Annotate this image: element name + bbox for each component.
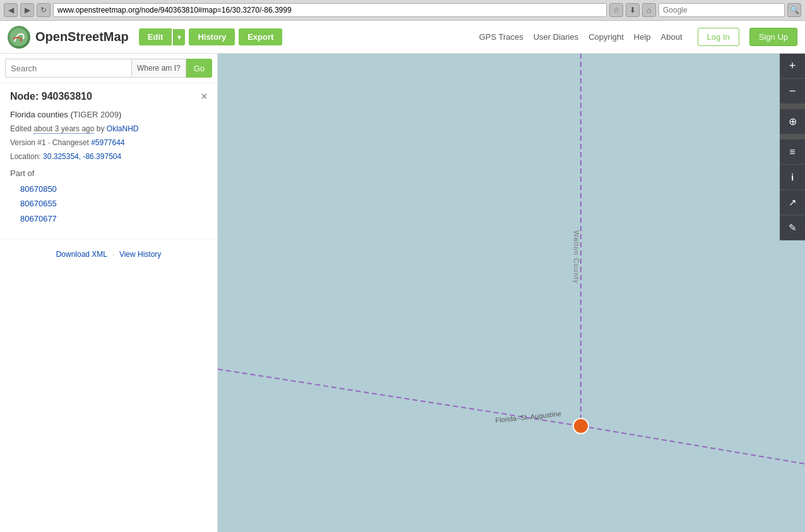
part-of-section: Part of 80670850 80670655 80670677 [10,168,207,226]
browser-chrome: ◀ ▶ ↻ ☆ ⬇ ⌂ 🔍 [0,0,805,21]
osm-logo-icon [8,26,30,49]
search-input[interactable] [5,59,132,78]
node-title-row: Node: 940363810 × [10,91,207,102]
dot-sep1: · [48,138,52,147]
forward-button[interactable]: ▶ [20,3,34,17]
where-am-i-button[interactable]: Where am I? [132,59,186,78]
node-location-meta: Location: 30.325354, -86.397504 [10,152,207,161]
header-nav: GPS Traces User Diaries Copyright Help A… [479,28,797,46]
layers-button[interactable]: ≡ [780,139,805,165]
node-edit-meta: Edited about 3 years ago by OklaNHD [10,124,207,133]
node-description: Florida counties (TIGER 2009) [10,110,207,119]
svg-text:Walton County: Walton County [573,230,580,284]
xml-separator: · [112,249,115,259]
nav-about[interactable]: About [661,32,683,42]
search-icon[interactable]: 🔍 [787,3,801,17]
zoom-in-button[interactable]: + [780,54,805,79]
node-desc-text: Florida counties (TIGER 2009) [10,110,121,119]
view-history-link[interactable]: View History [119,250,161,259]
relation-link-0[interactable]: 80670850 [20,182,207,196]
node-version-meta: Version #1 · Changeset #5977644 [10,138,207,147]
editor-link[interactable]: OklaNHD [107,124,139,133]
back-button[interactable]: ◀ [4,3,18,17]
osm-logo[interactable]: OpenStreetMap [8,26,129,49]
node-info-panel: Node: 940363810 × Florida counties (TIGE… [0,83,217,233]
tiger-label: TIGER 2009 [73,110,119,119]
zoom-out-button[interactable]: − [780,79,805,104]
nav-help[interactable]: Help [634,32,651,42]
nav-gps-traces[interactable]: GPS Traces [479,32,523,42]
login-button[interactable]: Log In [698,28,739,46]
close-button[interactable]: × [201,91,207,102]
reload-button[interactable]: ↻ [37,3,51,17]
home-button[interactable]: ⌂ [642,3,656,17]
node-title-text: Node: 940363810 [10,91,92,102]
note-button[interactable]: ✎ [780,215,805,240]
history-button[interactable]: History [189,28,235,45]
info-button[interactable]: i [780,165,805,190]
download-button[interactable]: ⬇ [626,3,640,17]
xml-section: Download XML · View History [0,239,217,269]
version-text: Version #1 [10,138,46,147]
location-label: Location: [10,152,41,161]
osm-logo-text: OpenStreetMap [35,30,129,44]
url-bar[interactable] [53,3,607,17]
relation-link-2[interactable]: 80670677 [20,211,207,226]
map-svg: Walton County Florida–St. Augustine [218,54,805,532]
changeset-label: Changeset [52,138,91,147]
nav-user-diaries[interactable]: User Diaries [534,32,579,42]
osm-header: OpenStreetMap Edit ▾ History Export GPS … [0,21,805,54]
sidebar: Where am I? Go Node: 940363810 × Florida… [0,54,218,532]
bookmark-button[interactable]: ☆ [609,3,623,17]
time-ago[interactable]: about 3 years ago [33,124,94,134]
nav-copyright[interactable]: Copyright [588,32,624,42]
header-actions: Edit ▾ History Export [139,28,283,45]
svg-point-7 [573,418,588,434]
edit-dropdown-button[interactable]: ▾ [173,29,185,45]
browser-search[interactable] [659,3,785,17]
download-xml-link[interactable]: Download XML [56,250,107,259]
signup-button[interactable]: Sign Up [749,28,797,46]
main-layout: Where am I? Go Node: 940363810 × Florida… [0,54,805,532]
map-controls: + − ⊕ ≡ i ↗ ✎ [780,54,805,240]
svg-rect-1 [218,54,805,532]
part-of-label: Part of [10,168,207,178]
map-area[interactable]: Walton County Florida–St. Augustine + − … [218,54,805,532]
search-section: Where am I? Go [0,54,217,83]
by-label: by [97,124,107,133]
changeset-link[interactable]: #5977644 [91,138,124,147]
go-button[interactable]: Go [186,59,212,78]
relation-link-1[interactable]: 80670655 [20,196,207,211]
edited-label: Edited [10,124,32,133]
locate-button[interactable]: ⊕ [780,109,805,134]
part-of-links: 80670850 80670655 80670677 [20,182,207,226]
edit-button[interactable]: Edit [139,28,172,45]
share-button[interactable]: ↗ [780,190,805,215]
location-link[interactable]: 30.325354, -86.397504 [43,152,121,161]
export-button[interactable]: Export [239,28,282,45]
